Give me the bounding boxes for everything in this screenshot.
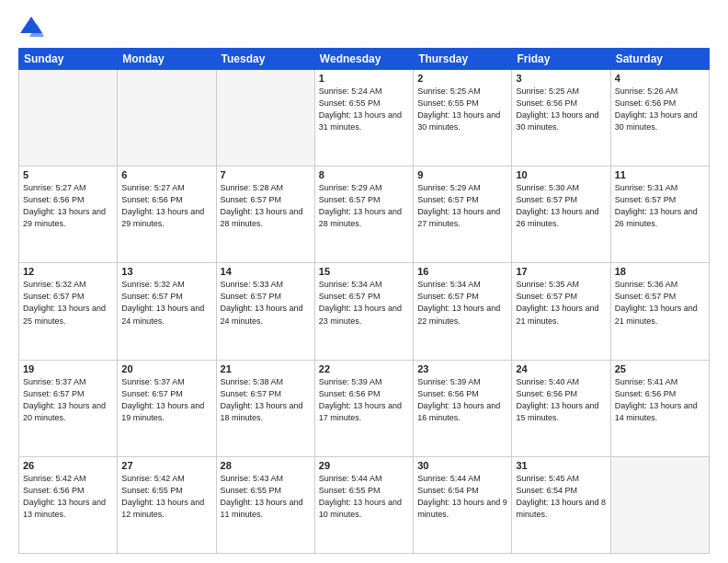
day-info: Sunrise: 5:45 AM Sunset: 6:54 PM Dayligh… — [516, 473, 606, 521]
calendar-cell: 13Sunrise: 5:32 AM Sunset: 6:57 PM Dayli… — [118, 263, 216, 360]
calendar-cell: 29Sunrise: 5:44 AM Sunset: 6:55 PM Dayli… — [314, 456, 413, 553]
calendar-cell: 8Sunrise: 5:29 AM Sunset: 6:57 PM Daylig… — [314, 167, 413, 263]
week-row-4: 26Sunrise: 5:42 AM Sunset: 6:56 PM Dayli… — [19, 456, 710, 553]
day-number: 31 — [516, 460, 606, 471]
calendar-cell: 10Sunrise: 5:30 AM Sunset: 6:57 PM Dayli… — [512, 167, 610, 263]
day-info: Sunrise: 5:32 AM Sunset: 6:57 PM Dayligh… — [23, 279, 113, 327]
calendar-cell: 9Sunrise: 5:29 AM Sunset: 6:57 PM Daylig… — [414, 167, 512, 263]
calendar-cell: 19Sunrise: 5:37 AM Sunset: 6:57 PM Dayli… — [19, 360, 118, 456]
weekday-header-friday: Friday — [512, 49, 610, 70]
calendar-cell: 17Sunrise: 5:35 AM Sunset: 6:57 PM Dayli… — [512, 263, 610, 360]
calendar-cell: 30Sunrise: 5:44 AM Sunset: 6:54 PM Dayli… — [414, 456, 512, 553]
day-info: Sunrise: 5:44 AM Sunset: 6:54 PM Dayligh… — [417, 473, 507, 521]
day-info: Sunrise: 5:40 AM Sunset: 6:56 PM Dayligh… — [516, 376, 606, 424]
day-info: Sunrise: 5:42 AM Sunset: 6:55 PM Dayligh… — [121, 473, 211, 521]
day-number: 2 — [417, 73, 507, 84]
day-number: 12 — [23, 266, 113, 277]
day-number: 17 — [516, 266, 606, 277]
day-number: 23 — [417, 363, 507, 374]
day-number: 3 — [516, 73, 606, 84]
calendar-cell — [118, 70, 216, 167]
calendar-cell: 20Sunrise: 5:37 AM Sunset: 6:57 PM Dayli… — [118, 360, 216, 456]
logo — [18, 15, 48, 40]
day-info: Sunrise: 5:29 AM Sunset: 6:57 PM Dayligh… — [417, 182, 507, 230]
calendar-cell: 26Sunrise: 5:42 AM Sunset: 6:56 PM Dayli… — [19, 456, 118, 553]
calendar-cell: 14Sunrise: 5:33 AM Sunset: 6:57 PM Dayli… — [216, 263, 314, 360]
day-info: Sunrise: 5:25 AM Sunset: 6:55 PM Dayligh… — [417, 86, 507, 133]
calendar-cell: 6Sunrise: 5:27 AM Sunset: 6:56 PM Daylig… — [118, 167, 216, 263]
day-number: 24 — [516, 363, 606, 374]
weekday-header-saturday: Saturday — [610, 49, 709, 70]
day-info: Sunrise: 5:28 AM Sunset: 6:57 PM Dayligh… — [221, 182, 311, 230]
day-info: Sunrise: 5:38 AM Sunset: 6:57 PM Dayligh… — [221, 376, 311, 424]
calendar-cell: 5Sunrise: 5:27 AM Sunset: 6:56 PM Daylig… — [19, 167, 118, 263]
day-number: 7 — [221, 169, 311, 180]
calendar-cell: 25Sunrise: 5:41 AM Sunset: 6:56 PM Dayli… — [610, 360, 709, 456]
day-info: Sunrise: 5:37 AM Sunset: 6:57 PM Dayligh… — [121, 376, 211, 424]
day-info: Sunrise: 5:26 AM Sunset: 6:56 PM Dayligh… — [615, 86, 705, 133]
day-number: 16 — [417, 266, 507, 277]
weekday-header-thursday: Thursday — [414, 49, 512, 70]
day-info: Sunrise: 5:35 AM Sunset: 6:57 PM Dayligh… — [516, 279, 606, 327]
header — [18, 15, 710, 40]
day-info: Sunrise: 5:43 AM Sunset: 6:55 PM Dayligh… — [221, 473, 311, 521]
calendar-cell: 27Sunrise: 5:42 AM Sunset: 6:55 PM Dayli… — [118, 456, 216, 553]
week-row-2: 12Sunrise: 5:32 AM Sunset: 6:57 PM Dayli… — [19, 263, 710, 360]
calendar-cell: 16Sunrise: 5:34 AM Sunset: 6:57 PM Dayli… — [414, 263, 512, 360]
day-info: Sunrise: 5:41 AM Sunset: 6:56 PM Dayligh… — [615, 376, 705, 424]
logo-icon — [18, 15, 44, 40]
week-row-0: 1Sunrise: 5:24 AM Sunset: 6:55 PM Daylig… — [19, 70, 710, 167]
day-number: 30 — [417, 460, 507, 471]
calendar-cell: 28Sunrise: 5:43 AM Sunset: 6:55 PM Dayli… — [216, 456, 314, 553]
calendar-cell — [216, 70, 314, 167]
calendar-cell: 22Sunrise: 5:39 AM Sunset: 6:56 PM Dayli… — [314, 360, 413, 456]
day-number: 10 — [516, 169, 606, 180]
day-number: 8 — [319, 169, 409, 180]
day-info: Sunrise: 5:27 AM Sunset: 6:56 PM Dayligh… — [23, 182, 113, 230]
day-number: 26 — [23, 460, 113, 471]
day-info: Sunrise: 5:31 AM Sunset: 6:57 PM Dayligh… — [615, 182, 705, 230]
day-info: Sunrise: 5:30 AM Sunset: 6:57 PM Dayligh… — [516, 182, 606, 230]
day-info: Sunrise: 5:34 AM Sunset: 6:57 PM Dayligh… — [319, 279, 409, 327]
weekday-header-row: SundayMondayTuesdayWednesdayThursdayFrid… — [19, 49, 710, 70]
calendar-cell: 31Sunrise: 5:45 AM Sunset: 6:54 PM Dayli… — [512, 456, 610, 553]
week-row-1: 5Sunrise: 5:27 AM Sunset: 6:56 PM Daylig… — [19, 167, 710, 263]
day-info: Sunrise: 5:32 AM Sunset: 6:57 PM Dayligh… — [121, 279, 211, 327]
day-info: Sunrise: 5:29 AM Sunset: 6:57 PM Dayligh… — [319, 182, 409, 230]
calendar-cell: 4Sunrise: 5:26 AM Sunset: 6:56 PM Daylig… — [610, 70, 709, 167]
calendar-cell: 23Sunrise: 5:39 AM Sunset: 6:56 PM Dayli… — [414, 360, 512, 456]
calendar-table: SundayMondayTuesdayWednesdayThursdayFrid… — [18, 48, 710, 554]
day-number: 5 — [23, 169, 113, 180]
day-info: Sunrise: 5:44 AM Sunset: 6:55 PM Dayligh… — [319, 473, 409, 521]
week-row-3: 19Sunrise: 5:37 AM Sunset: 6:57 PM Dayli… — [19, 360, 710, 456]
calendar-cell: 2Sunrise: 5:25 AM Sunset: 6:55 PM Daylig… — [414, 70, 512, 167]
calendar-cell: 21Sunrise: 5:38 AM Sunset: 6:57 PM Dayli… — [216, 360, 314, 456]
day-number: 11 — [615, 169, 705, 180]
day-number: 28 — [221, 460, 311, 471]
day-number: 13 — [121, 266, 211, 277]
day-number: 19 — [23, 363, 113, 374]
day-number: 20 — [121, 363, 211, 374]
day-number: 9 — [417, 169, 507, 180]
weekday-header-monday: Monday — [118, 49, 216, 70]
day-info: Sunrise: 5:24 AM Sunset: 6:55 PM Dayligh… — [319, 86, 409, 133]
day-number: 29 — [319, 460, 409, 471]
day-number: 15 — [319, 266, 409, 277]
day-info: Sunrise: 5:37 AM Sunset: 6:57 PM Dayligh… — [23, 376, 113, 424]
weekday-header-wednesday: Wednesday — [314, 49, 413, 70]
calendar-cell: 3Sunrise: 5:25 AM Sunset: 6:56 PM Daylig… — [512, 70, 610, 167]
calendar-cell: 1Sunrise: 5:24 AM Sunset: 6:55 PM Daylig… — [314, 70, 413, 167]
day-number: 18 — [615, 266, 705, 277]
day-info: Sunrise: 5:25 AM Sunset: 6:56 PM Dayligh… — [516, 86, 606, 133]
day-info: Sunrise: 5:42 AM Sunset: 6:56 PM Dayligh… — [23, 473, 113, 521]
day-info: Sunrise: 5:36 AM Sunset: 6:57 PM Dayligh… — [615, 279, 705, 327]
page: SundayMondayTuesdayWednesdayThursdayFrid… — [0, 0, 728, 563]
calendar-cell: 15Sunrise: 5:34 AM Sunset: 6:57 PM Dayli… — [314, 263, 413, 360]
day-info: Sunrise: 5:39 AM Sunset: 6:56 PM Dayligh… — [417, 376, 507, 424]
day-info: Sunrise: 5:33 AM Sunset: 6:57 PM Dayligh… — [221, 279, 311, 327]
day-info: Sunrise: 5:39 AM Sunset: 6:56 PM Dayligh… — [319, 376, 409, 424]
day-info: Sunrise: 5:34 AM Sunset: 6:57 PM Dayligh… — [417, 279, 507, 327]
day-number: 6 — [121, 169, 211, 180]
calendar-cell — [610, 456, 709, 553]
day-number: 25 — [615, 363, 705, 374]
